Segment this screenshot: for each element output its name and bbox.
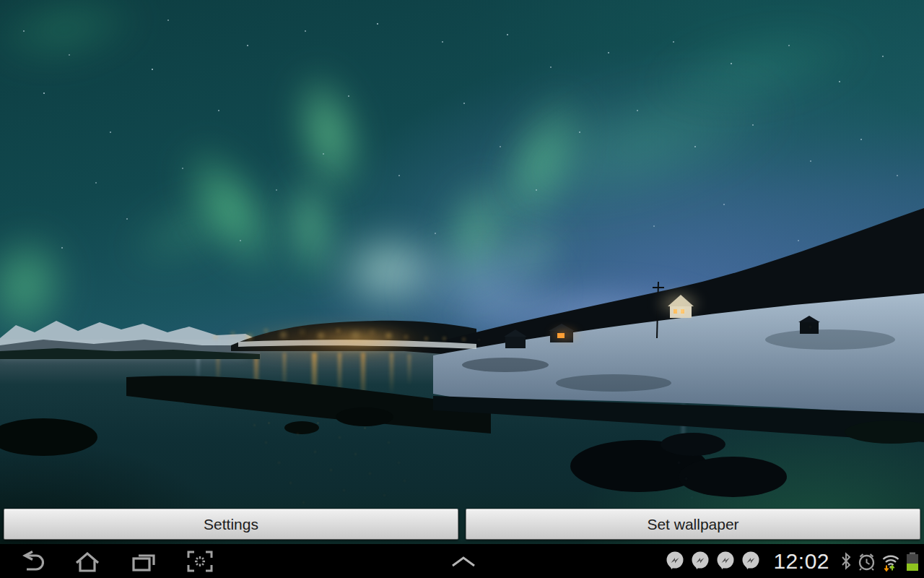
mini-apps-tray-button[interactable]: [449, 544, 478, 578]
messenger-notification-icon: [741, 551, 761, 571]
nav-buttons: [17, 544, 214, 578]
rock: [284, 421, 319, 434]
back-icon: [18, 551, 44, 572]
battery-icon: [905, 551, 920, 571]
screen-capture-button[interactable]: [186, 547, 214, 576]
chevron-up-icon: [449, 555, 478, 568]
home-icon: [74, 551, 100, 572]
rock: [0, 418, 97, 456]
wifi-traffic-icon: [881, 551, 900, 571]
alarm-icon: [857, 551, 876, 571]
bluetooth-icon: [840, 551, 852, 571]
back-button[interactable]: [17, 547, 45, 576]
settings-button[interactable]: Settings: [4, 509, 458, 540]
messenger-notification-icon: [665, 551, 685, 571]
village-light-glow: [289, 324, 433, 355]
recent-apps-button[interactable]: [130, 547, 157, 576]
status-bar[interactable]: 12:02: [665, 544, 920, 578]
messenger-notification-icon: [690, 551, 710, 571]
wallpaper-preview: [0, 0, 924, 544]
status-clock: 12:02: [773, 549, 829, 574]
home-button[interactable]: [74, 547, 101, 576]
rock: [661, 433, 725, 456]
water-sparkles: [0, 0, 1, 1]
messenger-notification-icon: [715, 551, 736, 571]
android-tablet-screen: Settings Set wallpaper: [0, 0, 924, 578]
rock: [679, 457, 787, 497]
cabin: [505, 337, 526, 348]
upload-arrow: [890, 566, 894, 571]
set-wallpaper-button[interactable]: Set wallpaper: [466, 509, 920, 540]
recent-apps-icon: [131, 551, 157, 572]
download-arrow: [884, 565, 888, 570]
rock: [336, 407, 393, 426]
screen-capture-icon: [186, 550, 214, 573]
cabin: [800, 322, 819, 334]
terrain-graphic: [0, 0, 924, 544]
system-navigation-bar: 12:02: [0, 544, 924, 578]
wallpaper-action-bar: Settings Set wallpaper: [0, 509, 924, 540]
house-light-glow: [646, 285, 711, 322]
cabin-light-glow: [543, 324, 586, 345]
